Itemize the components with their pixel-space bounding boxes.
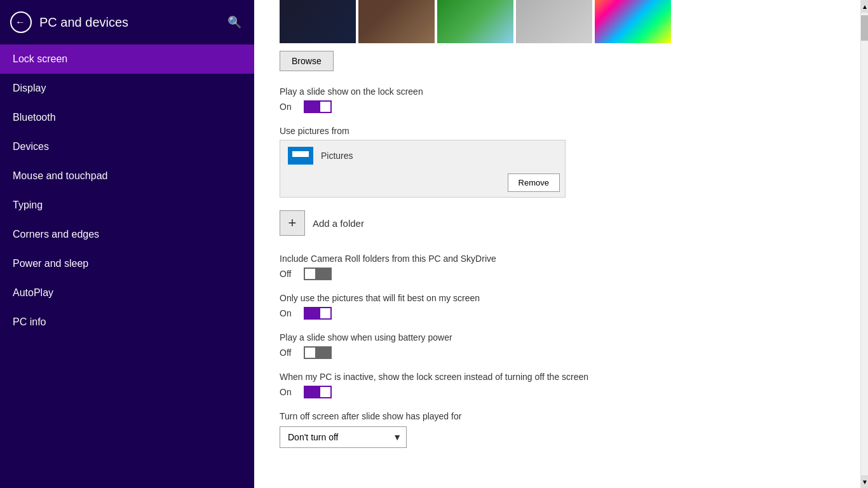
pictures-icon	[288, 147, 313, 165]
battery-slideshow-knob	[305, 348, 315, 358]
slideshow-state: On	[280, 102, 297, 112]
back-button[interactable]: ←	[10, 11, 32, 33]
pictures-icon-inner	[292, 151, 309, 161]
fit-pictures-toggle[interactable]	[304, 307, 332, 320]
scrollbar: ▲ ▼	[860, 0, 868, 488]
turn-off-dropdown[interactable]: Don't turn off5 minutes10 minutes30 minu…	[280, 426, 407, 448]
use-pictures-label: Use pictures from	[280, 126, 835, 136]
use-pictures-section: Use pictures from Pictures Remove	[280, 126, 835, 198]
lock-screen-inactive-setting: When my PC is inactive, show the lock sc…	[280, 372, 835, 398]
remove-button[interactable]: Remove	[508, 173, 560, 192]
include-camera-state: Off	[280, 269, 297, 279]
nav-list: Lock screenDisplayBluetoothDevicesMouse …	[0, 44, 254, 337]
include-camera-setting: Include Camera Roll folders from this PC…	[280, 254, 835, 280]
sidebar-item-devices[interactable]: Devices	[0, 132, 254, 161]
slideshow-knob	[320, 102, 330, 112]
sidebar-item-display[interactable]: Display	[0, 74, 254, 103]
slideshow-setting: Play a slide show on the lock screen On	[280, 86, 835, 113]
sidebar-item-lock-screen[interactable]: Lock screen	[0, 44, 254, 74]
lock-screen-inactive-knob	[320, 387, 330, 397]
slideshow-label: Play a slide show on the lock screen	[280, 86, 835, 97]
turn-off-setting: Turn off screen after slide show has pla…	[280, 411, 835, 448]
fit-pictures-toggle-row: On	[280, 307, 835, 320]
battery-slideshow-toggle-row: Off	[280, 346, 835, 359]
pictures-icon-bar	[292, 157, 309, 160]
thumb-4[interactable]	[516, 0, 592, 43]
browse-button[interactable]: Browse	[280, 51, 334, 71]
sidebar-item-mouse-touchpad[interactable]: Mouse and touchpad	[0, 161, 254, 191]
thumb-3[interactable]	[437, 0, 513, 43]
main-content: Browse Play a slide show on the lock scr…	[254, 0, 860, 488]
back-icon: ←	[15, 17, 25, 27]
sidebar-item-pc-info[interactable]: PC info	[0, 308, 254, 337]
sidebar-header: ← PC and devices 🔍	[0, 0, 254, 44]
lock-screen-inactive-state: On	[280, 387, 297, 397]
battery-slideshow-setting: Play a slide show when using battery pow…	[280, 332, 835, 359]
battery-slideshow-toggle[interactable]	[304, 346, 332, 359]
add-folder-label: Add a folder	[313, 218, 364, 229]
sidebar: ← PC and devices 🔍 Lock screenDisplayBlu…	[0, 0, 254, 488]
image-strip	[280, 0, 835, 43]
sidebar-item-typing[interactable]: Typing	[0, 191, 254, 220]
pictures-name: Pictures	[321, 151, 353, 161]
thumb-5[interactable]	[595, 0, 671, 43]
sidebar-item-bluetooth[interactable]: Bluetooth	[0, 103, 254, 132]
fit-pictures-label: Only use the pictures that will fit best…	[280, 293, 835, 303]
lock-screen-inactive-toggle[interactable]	[304, 386, 332, 398]
dropdown-wrap: Don't turn off5 minutes10 minutes30 minu…	[280, 426, 407, 448]
include-camera-knob	[305, 269, 315, 279]
add-folder-row[interactable]: + Add a folder	[280, 210, 835, 236]
scroll-up-button[interactable]: ▲	[861, 0, 868, 13]
pictures-box: Pictures Remove	[280, 140, 566, 198]
sidebar-item-power-sleep[interactable]: Power and sleep	[0, 249, 254, 278]
thumb-2[interactable]	[358, 0, 435, 43]
thumb-1[interactable]	[280, 0, 356, 43]
fit-pictures-state: On	[280, 308, 297, 318]
sidebar-title: PC and devices	[39, 15, 217, 30]
lock-screen-inactive-label: When my PC is inactive, show the lock sc…	[280, 372, 835, 382]
pictures-remove-row: Remove	[280, 171, 565, 197]
scroll-thumb[interactable]	[861, 15, 868, 41]
battery-slideshow-state: Off	[280, 348, 297, 358]
fit-pictures-setting: Only use the pictures that will fit best…	[280, 293, 835, 320]
fit-pictures-knob	[320, 308, 330, 318]
sidebar-item-corners-edges[interactable]: Corners and edges	[0, 220, 254, 249]
plus-icon: +	[280, 210, 305, 236]
include-camera-label: Include Camera Roll folders from this PC…	[280, 254, 835, 264]
battery-slideshow-label: Play a slide show when using battery pow…	[280, 332, 835, 342]
include-camera-toggle-row: Off	[280, 268, 835, 280]
slideshow-toggle[interactable]	[304, 100, 332, 113]
include-camera-toggle[interactable]	[304, 268, 332, 280]
slideshow-toggle-row: On	[280, 100, 835, 113]
turn-off-label: Turn off screen after slide show has pla…	[280, 411, 835, 421]
scroll-down-button[interactable]: ▼	[861, 475, 868, 488]
search-icon[interactable]: 🔍	[225, 13, 244, 32]
lock-screen-inactive-toggle-row: On	[280, 386, 835, 398]
sidebar-item-autoplay[interactable]: AutoPlay	[0, 278, 254, 308]
pictures-row: Pictures	[280, 140, 565, 171]
dropdown-row: Don't turn off5 minutes10 minutes30 minu…	[280, 426, 835, 448]
